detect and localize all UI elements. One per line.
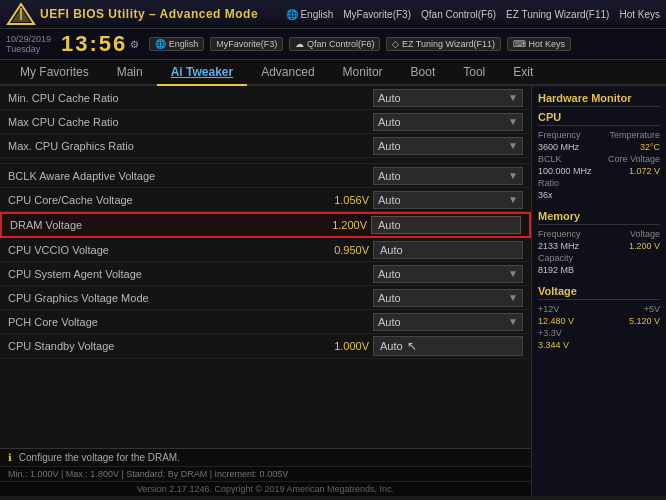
max-cpu-graphics-ratio-dropdown[interactable]: Auto ▼ (373, 137, 523, 155)
cpu-vccio-voltage-field[interactable]: Auto (373, 241, 523, 259)
min-cpu-cache-ratio-label: Min. CPU Cache Ratio (8, 92, 373, 104)
min-cpu-cache-ratio-dropdown[interactable]: Auto ▼ (373, 89, 523, 107)
min-cpu-cache-ratio-row: Min. CPU Cache Ratio Auto ▼ (0, 86, 531, 110)
v33-label: +3.3V (538, 328, 562, 338)
range-info-text: Min.: 1.000V | Max.: 1.800V | Standard: … (8, 469, 288, 479)
memory-section: Memory Frequency Voltage 2133 MHz 1.200 … (538, 210, 660, 275)
cpu-core-cache-voltage-dropdown[interactable]: Auto ▼ (373, 191, 523, 209)
cpu-graphics-voltage-mode-row: CPU Graphics Voltage Mode Auto ▼ (0, 286, 531, 310)
nav-bar: My Favorites Main Ai Tweaker Advanced Mo… (0, 60, 666, 86)
bclk-label: BCLK (538, 154, 562, 164)
tab-exit[interactable]: Exit (499, 60, 547, 86)
mem-capacity-label-row: Capacity (538, 253, 660, 263)
core-voltage-value: 1.072 V (629, 166, 660, 176)
status-description: ℹ Configure the voltage for the DRAM. (0, 448, 531, 466)
mem-frequency-value: 2133 MHz (538, 241, 579, 251)
dropdown-arrow-icon: ▼ (508, 92, 518, 103)
cpu-standby-voltage-label: CPU Standby Voltage (8, 340, 318, 352)
day-text: Tuesday (6, 44, 51, 54)
hotkeys-btn[interactable]: Hot Keys (619, 9, 660, 20)
qfan-btn[interactable]: Qfan Control(F6) (421, 9, 496, 20)
cpu-system-agent-label: CPU System Agent Voltage (8, 268, 373, 280)
cursor-icon: ↖ (407, 339, 417, 353)
tab-tool[interactable]: Tool (449, 60, 499, 86)
cpu-vccio-voltage-value: 0.950V (318, 244, 373, 256)
mem-capacity-value-row: 8192 MB (538, 265, 660, 275)
description-text: Configure the voltage for the DRAM. (19, 452, 180, 463)
dropdown-arrow-icon: ▼ (508, 170, 518, 181)
sidebar-title: Hardware Monitor (538, 92, 660, 107)
cpu-standby-voltage-value: 1.000V (318, 340, 373, 352)
qfan-button[interactable]: ☁ Qfan Control(F6) (289, 37, 380, 51)
max-cpu-cache-ratio-row: Max CPU Cache Ratio Auto ▼ (0, 110, 531, 134)
asus-rog-logo-icon (6, 2, 36, 26)
top-buttons: 🌐 English MyFavorite(F3) ☁ Qfan Control(… (149, 37, 571, 51)
right-sidebar: Hardware Monitor CPU Frequency Temperatu… (531, 86, 666, 496)
myfavorite-btn[interactable]: MyFavorite(F3) (343, 9, 411, 20)
volt-12v-5v-labels: +12V +5V (538, 304, 660, 314)
cpu-frequency-value: 3600 MHz (538, 142, 579, 152)
ratio-label: Ratio (538, 178, 559, 188)
cpu-vccio-voltage-row: CPU VCCIO Voltage 0.950V Auto (0, 238, 531, 262)
dropdown-arrow-icon: ▼ (508, 292, 518, 303)
date-display: 10/29/2019 Tuesday (6, 34, 51, 54)
cpu-core-cache-voltage-row: CPU Core/Cache Voltage 1.056V Auto ▼ (0, 188, 531, 212)
mem-capacity-value: 8192 MB (538, 265, 574, 275)
tab-ai-tweaker[interactable]: Ai Tweaker (157, 60, 247, 86)
mem-freq-voltage-labels: Frequency Voltage (538, 229, 660, 239)
max-cpu-graphics-ratio-row: Max. CPU Graphics Ratio Auto ▼ (0, 134, 531, 158)
cpu-temperature-value: 32°C (640, 142, 660, 152)
dropdown-arrow-icon: ▼ (508, 316, 518, 327)
cpu-bclk-voltage-values: 100.000 MHz 1.072 V (538, 166, 660, 176)
mem-freq-voltage-values: 2133 MHz 1.200 V (538, 241, 660, 251)
cpu-section-title: CPU (538, 111, 660, 126)
dram-voltage-field[interactable]: Auto (371, 216, 521, 234)
cpu-ratio-value-row: 36x (538, 190, 660, 200)
header-buttons: 🌐 English MyFavorite(F3) Qfan Control(F6… (286, 9, 660, 20)
bclk-value: 100.000 MHz (538, 166, 592, 176)
dram-voltage-row: DRAM Voltage 1.200V Auto (0, 212, 531, 238)
ez-tuning-button[interactable]: ◇ EZ Tuning Wizard(F11) (386, 37, 501, 51)
max-cpu-cache-ratio-label: Max CPU Cache Ratio (8, 116, 373, 128)
mem-freq-label: Frequency (538, 229, 581, 239)
v12-label: +12V (538, 304, 559, 314)
bclk-aware-dropdown[interactable]: Auto ▼ (373, 167, 523, 185)
v5-label: +5V (644, 304, 660, 314)
tab-boot[interactable]: Boot (397, 60, 450, 86)
ez-tuning-btn[interactable]: EZ Tuning Wizard(F11) (506, 9, 609, 20)
voltage-section-title: Voltage (538, 285, 660, 300)
pch-core-voltage-dropdown[interactable]: Auto ▼ (373, 313, 523, 331)
cpu-system-agent-dropdown[interactable]: Auto ▼ (373, 265, 523, 283)
cpu-section: CPU Frequency Temperature 3600 MHz 32°C … (538, 111, 660, 200)
myfavorite-button[interactable]: MyFavorite(F3) (210, 37, 283, 51)
cpu-graphics-voltage-mode-dropdown[interactable]: Auto ▼ (373, 289, 523, 307)
tab-advanced[interactable]: Advanced (247, 60, 328, 86)
voltage-section: Voltage +12V +5V 12.480 V 5.120 V +3.3V … (538, 285, 660, 350)
hotkeys-button[interactable]: ⌨ Hot Keys (507, 37, 571, 51)
language-btn[interactable]: 🌐 English (286, 9, 334, 20)
tab-main[interactable]: Main (103, 60, 157, 86)
cpu-freq-temp-row: Frequency Temperature (538, 130, 660, 140)
volt-33v-value-row: 3.344 V (538, 340, 660, 350)
cpu-temp-label: Temperature (609, 130, 660, 140)
dropdown-arrow-icon: ▼ (508, 116, 518, 127)
pch-core-voltage-row: PCH Core Voltage Auto ▼ (0, 310, 531, 334)
tab-favorites[interactable]: My Favorites (6, 60, 103, 86)
cpu-standby-voltage-field[interactable]: Auto ↖ (373, 336, 523, 356)
header-bar: UEFI BIOS Utility – Advanced Mode 🌐 Engl… (0, 0, 666, 29)
clock-settings-icon[interactable]: ⚙ (130, 39, 139, 50)
tab-monitor[interactable]: Monitor (329, 60, 397, 86)
mem-voltage-value: 1.200 V (629, 241, 660, 251)
cpu-core-cache-voltage-label: CPU Core/Cache Voltage (8, 194, 318, 206)
cpu-bclk-voltage-labels: BCLK Core Voltage (538, 154, 660, 164)
content-area: Min. CPU Cache Ratio Auto ▼ Max CPU Cach… (0, 86, 531, 496)
language-button[interactable]: 🌐 English (149, 37, 204, 51)
max-cpu-cache-ratio-dropdown[interactable]: Auto ▼ (373, 113, 523, 131)
version-bar: Version 2.17.1246. Copyright © 2019 Amer… (0, 481, 531, 496)
settings-table: Min. CPU Cache Ratio Auto ▼ Max CPU Cach… (0, 86, 531, 448)
dropdown-arrow-icon: ▼ (508, 140, 518, 151)
volt-33v-label-row: +3.3V (538, 328, 660, 338)
ratio-value: 36x (538, 190, 553, 200)
mem-voltage-label: Voltage (630, 229, 660, 239)
cpu-vccio-voltage-label: CPU VCCIO Voltage (8, 244, 318, 256)
